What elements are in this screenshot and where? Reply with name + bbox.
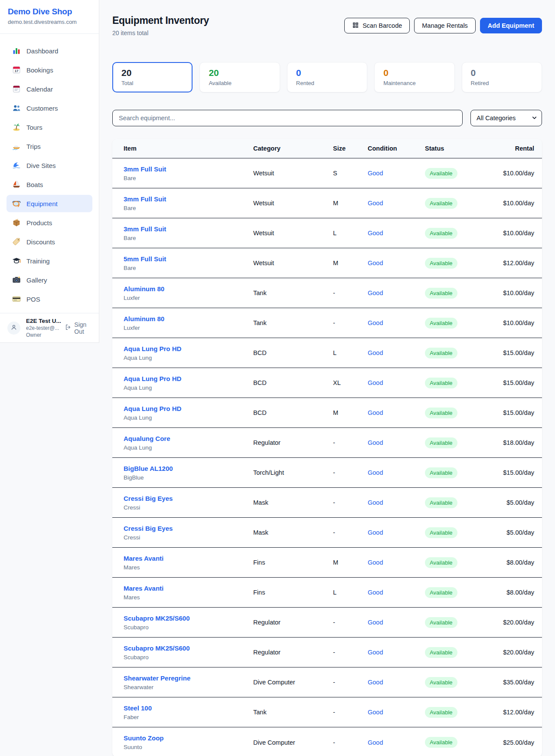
sidebar-item-label: Discounts [26, 238, 55, 246]
sidebar-item-gallery[interactable]: Gallery [7, 271, 92, 289]
category-select[interactable]: All Categories [470, 110, 542, 126]
condition-link[interactable]: Good [368, 499, 383, 506]
sidebar-item-pos[interactable]: POS [7, 290, 92, 308]
condition-link[interactable]: Good [368, 649, 383, 656]
item-size: M [333, 409, 368, 416]
condition-link[interactable]: Good [368, 319, 383, 326]
sidebar-item-training[interactable]: Training [7, 252, 92, 270]
table-row: 3mm Full Suit Bare Wetsuit M Good Availa… [112, 188, 542, 218]
condition-link[interactable]: Good [368, 709, 383, 716]
scan-barcode-button[interactable]: Scan Barcode [344, 18, 410, 33]
sidebar-item-calendar[interactable]: Calendar [7, 80, 92, 98]
item-name-link[interactable]: Aqua Lung Pro HD [124, 375, 181, 382]
search-input[interactable] [112, 110, 463, 126]
item-name-link[interactable]: Mares Avanti [124, 585, 163, 592]
item-size: - [333, 619, 368, 626]
sidebar-item-products[interactable]: Products [7, 214, 92, 231]
item-name-link[interactable]: 5mm Full Suit [124, 255, 166, 263]
item-category: Wetsuit [253, 260, 333, 266]
condition-link[interactable]: Good [368, 379, 383, 386]
table-row: Aluminum 80 Luxfer Tank - Good Available… [112, 278, 542, 308]
item-name-link[interactable]: BigBlue AL1200 [124, 465, 173, 472]
rental-price: $10.00/day [503, 200, 534, 207]
category-select-wrap: All Categories [470, 110, 542, 126]
item-name-link[interactable]: Aluminum 80 [124, 315, 164, 322]
item-name-link[interactable]: Mares Avanti [124, 555, 163, 562]
item-category: Wetsuit [253, 200, 333, 207]
table-row: Mares Avanti Mares Fins M Good Available… [112, 548, 542, 578]
rental-price: $10.00/day [503, 289, 534, 296]
item-name-link[interactable]: 3mm Full Suit [124, 195, 166, 203]
sidebar-item-dashboard[interactable]: Dashboard [7, 42, 92, 59]
stat-card-total[interactable]: 20 Total [112, 62, 193, 92]
item-name-link[interactable]: Aqua Lung Pro HD [124, 345, 181, 352]
column-header-status: Status [425, 145, 486, 152]
item-name-link[interactable]: 3mm Full Suit [124, 165, 166, 173]
table-row: Mares Avanti Mares Fins L Good Available… [112, 578, 542, 608]
item-name-link[interactable]: Shearwater Peregrine [124, 674, 190, 682]
condition-link[interactable]: Good [368, 409, 383, 416]
sign-out-button[interactable]: Sign Out [65, 321, 95, 335]
item-name-link[interactable]: Aqua Lung Pro HD [124, 405, 181, 412]
sidebar-item-trips[interactable]: Trips [7, 138, 92, 155]
table-row: Suunto Zoop Suunto Dive Computer - Good … [112, 727, 542, 756]
item-name-link[interactable]: Suunto Zoop [124, 734, 163, 742]
item-size: S [333, 170, 368, 177]
sidebar-item-discounts[interactable]: Discounts [7, 233, 92, 250]
condition-link[interactable]: Good [368, 739, 383, 746]
condition-link[interactable]: Good [368, 469, 383, 476]
sidebar-item-customers[interactable]: Customers [7, 99, 92, 117]
column-header-category: Category [253, 145, 333, 152]
item-name-link[interactable]: Aqualung Core [124, 435, 170, 442]
item-brand: Luxfer [124, 325, 253, 331]
rental-price: $12.00/day [503, 260, 534, 266]
item-name-link[interactable]: Aluminum 80 [124, 285, 164, 293]
item-brand: Bare [124, 175, 253, 181]
item-brand: Aqua Lung [124, 414, 253, 421]
sidebar-item-equipment[interactable]: Equipment [7, 195, 92, 212]
manage-rentals-button[interactable]: Manage Rentals [414, 18, 476, 33]
table-row: Steel 100 Faber Tank - Good Available $1… [112, 697, 542, 727]
condition-link[interactable]: Good [368, 200, 383, 207]
item-category: Wetsuit [253, 230, 333, 237]
condition-link[interactable]: Good [368, 170, 383, 177]
condition-link[interactable]: Good [368, 679, 383, 686]
equipment-table: Item Category Size Condition Status Rent… [112, 139, 542, 756]
add-equipment-button[interactable]: Add Equipment [480, 18, 542, 33]
condition-link[interactable]: Good [368, 230, 383, 237]
condition-link[interactable]: Good [368, 589, 383, 596]
stat-card-available[interactable]: 20 Available [199, 62, 280, 92]
stat-card-rented[interactable]: 0 Rented [287, 62, 367, 92]
stat-value: 20 [121, 67, 183, 79]
item-size: L [333, 589, 368, 596]
item-name-link[interactable]: Scubapro MK25/S600 [124, 644, 190, 652]
status-badge: Available [425, 348, 457, 358]
item-category: Regulator [253, 439, 333, 446]
sidebar-item-label: Gallery [26, 276, 47, 284]
sidebar-item-bookings[interactable]: 17 Bookings [7, 61, 92, 79]
item-name-link[interactable]: 3mm Full Suit [124, 225, 166, 233]
condition-link[interactable]: Good [368, 289, 383, 296]
discounts-icon [12, 237, 21, 247]
sidebar-item-label: Customers [26, 105, 58, 112]
item-name-link[interactable]: Cressi Big Eyes [124, 525, 173, 532]
sidebar-item-dive-sites[interactable]: Dive Sites [7, 157, 92, 174]
condition-link[interactable]: Good [368, 559, 383, 566]
stat-card-retired[interactable]: 0 Retired [462, 62, 542, 92]
condition-link[interactable]: Good [368, 349, 383, 356]
item-name-link[interactable]: Cressi Big Eyes [124, 495, 173, 502]
table-row: BigBlue AL1200 BigBlue Torch/Light - Goo… [112, 458, 542, 488]
item-category: Fins [253, 589, 333, 596]
user-meta: E2E Test U... e2e-tester@... Owner [26, 318, 61, 338]
rental-price: $10.00/day [503, 319, 534, 326]
stat-card-maintenance[interactable]: 0 Maintenance [374, 62, 454, 92]
sidebar-item-tours[interactable]: Tours [7, 118, 92, 136]
stat-value: 0 [383, 67, 445, 79]
item-name-link[interactable]: Scubapro MK25/S600 [124, 615, 190, 622]
condition-link[interactable]: Good [368, 439, 383, 446]
condition-link[interactable]: Good [368, 529, 383, 536]
condition-link[interactable]: Good [368, 260, 383, 266]
item-name-link[interactable]: Steel 100 [124, 704, 152, 712]
condition-link[interactable]: Good [368, 619, 383, 626]
sidebar-item-boats[interactable]: Boats [7, 176, 92, 193]
